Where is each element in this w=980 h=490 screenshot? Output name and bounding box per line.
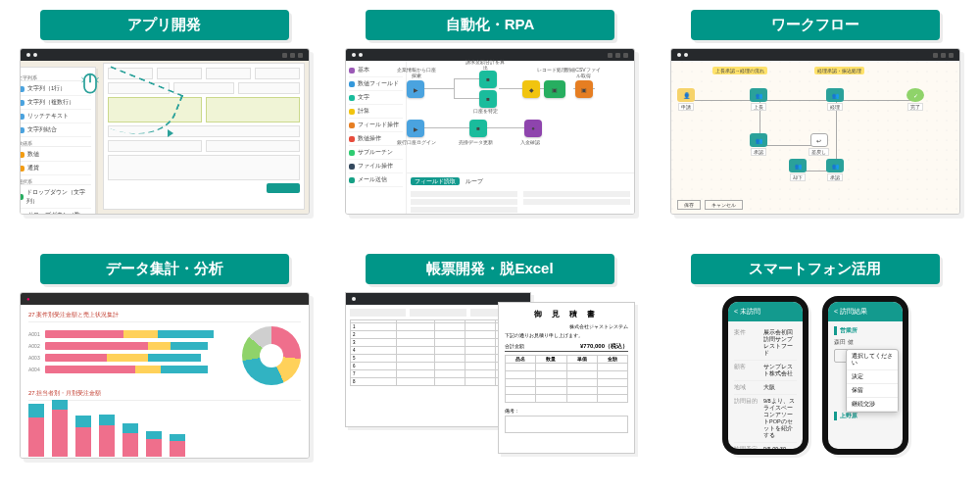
- dropdown-option[interactable]: 継続交渉: [847, 398, 898, 412]
- wf-node[interactable]: 👥経理: [826, 88, 844, 111]
- card-title: 自動化・RPA: [366, 10, 615, 40]
- wf-node[interactable]: 👥上長: [750, 88, 767, 111]
- card-workflow: ワークフロー 上長承認→経理の流れ 経理承認・振込処理 👤申請 👥上長: [670, 10, 960, 236]
- wf-node[interactable]: 👥却下: [789, 159, 807, 181]
- pie-chart: [242, 326, 301, 385]
- app-dev-thumb: 文字列系 文字列（1行） 文字列（複数行） リッチテキスト 文字列結合 数値系 …: [20, 48, 310, 215]
- smartphone-thumb: < 未訪問 案件展示会初回訪問サンプレストフード 顧客サンプレスト株式会社 地域…: [670, 292, 960, 459]
- wf-node-start[interactable]: 👤申請: [677, 88, 695, 111]
- card-report: 帳票開発・脱Excel 1 2 3 4 5 6 7: [345, 254, 635, 480]
- tab-loop[interactable]: ループ: [462, 177, 487, 185]
- quote-table: 品名数量単価金額: [505, 355, 628, 403]
- card-app-dev: アプリ開発 文字列系 文字列（1行） 文字列（複数行） リッチテキスト: [20, 10, 310, 236]
- card-title: アプリ開発: [40, 10, 290, 40]
- dropdown-option[interactable]: 保留: [847, 384, 898, 398]
- palette-item[interactable]: 数値: [20, 148, 91, 162]
- analytics-thumb: ● 27.案件別受注金額と売上状況集計 A001 A002 A003 A004 …: [20, 292, 310, 459]
- palette-item[interactable]: 文字列（複数行）: [20, 96, 91, 110]
- phone-left: < 未訪問 案件展示会初回訪問サンプレストフード 顧客サンプレスト株式会社 地域…: [722, 296, 808, 455]
- list-item[interactable]: 数値操作: [349, 132, 403, 146]
- wf-node[interactable]: 👥承認: [750, 133, 767, 156]
- wf-node-end[interactable]: ✓完了: [906, 88, 924, 111]
- chart-title-2: 27.担当者別・月別受注金額: [28, 389, 301, 401]
- quote-sheet: 御 見 積 書 株式会社ジャストシステム 下記の通りお見積り申し上げます。 合計…: [498, 302, 635, 454]
- workflow-thumb: 上長承認→経理の流れ 経理承認・振込処理 👤申請 👥上長 👥経理: [670, 48, 960, 215]
- window-titlebar: [21, 49, 309, 61]
- report-thumb: 1 2 3 4 5 6 7 8 御 見 積 書 株式会社ジャストシ: [345, 292, 635, 459]
- drag-arrowhead: [168, 129, 173, 137]
- card-title: スマートフォン活用: [691, 254, 941, 284]
- phone-header: < 訪問結果: [828, 302, 903, 321]
- rpa-action-list: 基本 数値フィールド 文字 計算 フィールド操作 数値操作 サブルーチン ファイ…: [346, 61, 407, 214]
- palette-item[interactable]: ドロップダウン（数値）: [20, 209, 91, 215]
- palette-item[interactable]: 通貨: [20, 162, 91, 175]
- sheet-heading: 御 見 積 書: [505, 309, 628, 319]
- list-item[interactable]: メール送信: [349, 173, 403, 187]
- card-title: 帳票開発・脱Excel: [366, 254, 615, 284]
- hbar-chart: A001 A002 A003 A004: [28, 326, 232, 383]
- card-title: ワークフロー: [691, 10, 941, 40]
- list-item[interactable]: ファイル操作: [349, 160, 403, 173]
- wf-node[interactable]: 👥承認: [826, 159, 844, 181]
- dropdown-option[interactable]: 決定: [847, 370, 898, 384]
- rpa-thumb: 基本 数値フィールド 文字 計算 フィールド操作 数値操作 サブルーチン ファイ…: [345, 48, 635, 215]
- wf-node[interactable]: ↩差戻し: [808, 133, 829, 156]
- list-item[interactable]: 計算: [349, 105, 403, 119]
- wf-btn[interactable]: キャンセル: [705, 200, 743, 210]
- palette-item[interactable]: ドロップダウン（文字列）: [20, 186, 91, 209]
- list-item[interactable]: 基本: [349, 64, 403, 77]
- list-item[interactable]: フィールド操作: [349, 119, 403, 132]
- chart-title-1: 27.案件別受注金額と売上状況集計: [28, 311, 301, 322]
- window-titlebar: ●: [21, 293, 309, 305]
- workflow-canvas[interactable]: 上長承認→経理の流れ 経理承認・振込処理 👤申請 👥上長 👥経理: [671, 61, 959, 214]
- wf-btn[interactable]: 保存: [677, 200, 701, 210]
- rpa-property-panel: フィールド読取 ループ: [407, 172, 634, 214]
- palette-item[interactable]: 文字列結合: [20, 123, 91, 137]
- dropdown-option[interactable]: 選択してください: [847, 350, 898, 370]
- wf-footer-buttons: 保存 キャンセル: [677, 200, 743, 210]
- vbar-chart: 4月 5月 6月 7月 8月 9月 10月: [28, 405, 301, 459]
- palette-item[interactable]: リッチテキスト: [20, 110, 91, 123]
- card-title: データ集計・分析: [40, 254, 290, 284]
- phone-detail[interactable]: 案件展示会初回訪問サンプレストフード 顧客サンプレスト株式会社 地域大阪 訪問目…: [728, 321, 803, 449]
- list-item[interactable]: 数値フィールド: [349, 77, 403, 91]
- card-smartphone: スマートフォン活用 < 未訪問 案件展示会初回訪問サンプレストフード 顧客サンプ…: [670, 254, 960, 480]
- dropdown-menu[interactable]: 選択してください 決定 保留 継続交渉: [846, 349, 899, 413]
- window-titlebar: [671, 49, 959, 61]
- card-rpa: 自動化・RPA 基本 数値フィールド 文字 計算 フィールド操作 数値操作 サブ…: [345, 10, 635, 236]
- list-item[interactable]: 文字: [349, 91, 403, 105]
- list-item[interactable]: サブルーチン: [349, 146, 403, 160]
- card-analytics: データ集計・分析 ● 27.案件別受注金額と売上状況集計 A001 A002 A…: [20, 254, 310, 480]
- phone-right: < 訪問結果 営業所 森田 健 上野原 選択してください 決定 保留 継続交渉: [822, 296, 908, 455]
- mouse-icon: [81, 73, 99, 96]
- tab-field-read[interactable]: フィールド読取: [411, 177, 460, 185]
- phone-header: < 未訪問: [728, 302, 803, 321]
